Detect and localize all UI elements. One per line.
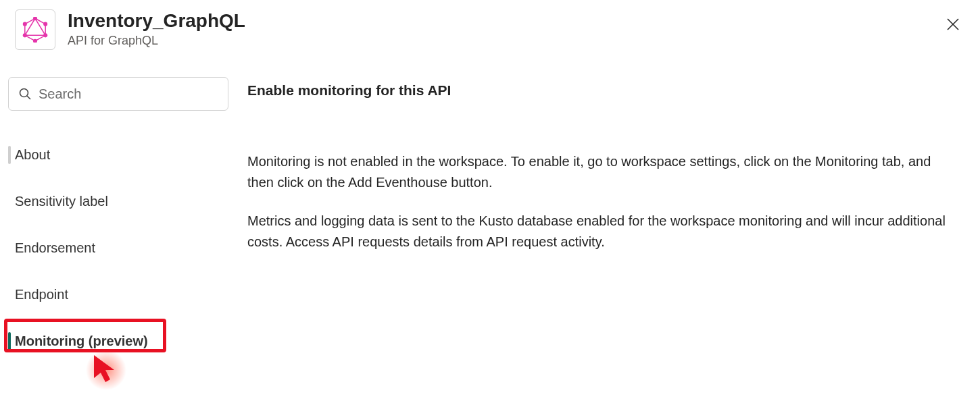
svg-point-3 <box>43 22 47 26</box>
svg-point-7 <box>23 22 27 26</box>
close-button[interactable] <box>941 12 965 36</box>
svg-point-5 <box>33 39 37 43</box>
content-paragraph-1: Monitoring is not enabled in the workspa… <box>247 151 957 193</box>
page-title: Inventory_GraphQL <box>68 9 941 32</box>
content-panel: Enable monitoring for this API Monitorin… <box>228 77 965 375</box>
sidebar-item-monitoring[interactable]: Monitoring (preview) <box>8 328 228 354</box>
sidebar-item-label: Monitoring (preview) <box>15 334 148 348</box>
sidebar-item-sensitivity-label[interactable]: Sensitivity label <box>8 188 228 215</box>
svg-line-11 <box>27 96 30 99</box>
svg-point-6 <box>23 33 27 37</box>
content-paragraph-2: Metrics and logging data is sent to the … <box>247 211 957 252</box>
sidebar-item-endpoint[interactable]: Endpoint <box>8 282 228 308</box>
search-box[interactable] <box>8 77 228 111</box>
sidebar-item-label: Sensitivity label <box>15 194 108 209</box>
svg-point-10 <box>20 89 28 97</box>
content-heading: Enable monitoring for this API <box>247 82 965 99</box>
search-icon <box>18 87 32 101</box>
sidebar-item-label: Endpoint <box>15 287 68 302</box>
dialog-header: Inventory_GraphQL API for GraphQL <box>0 0 980 57</box>
sidebar-item-about[interactable]: About <box>8 142 228 168</box>
svg-point-4 <box>43 33 47 37</box>
svg-marker-1 <box>25 18 45 35</box>
sidebar-item-endorsement[interactable]: Endorsement <box>8 235 228 261</box>
sidebar-item-label: About <box>15 147 50 162</box>
page-subtitle: API for GraphQL <box>68 34 941 48</box>
graphql-icon <box>15 9 55 50</box>
settings-sidebar: About Sensitivity label Endorsement Endp… <box>8 77 228 375</box>
close-icon <box>946 18 960 31</box>
search-input[interactable] <box>39 86 218 102</box>
sidebar-item-label: Endorsement <box>15 240 95 255</box>
